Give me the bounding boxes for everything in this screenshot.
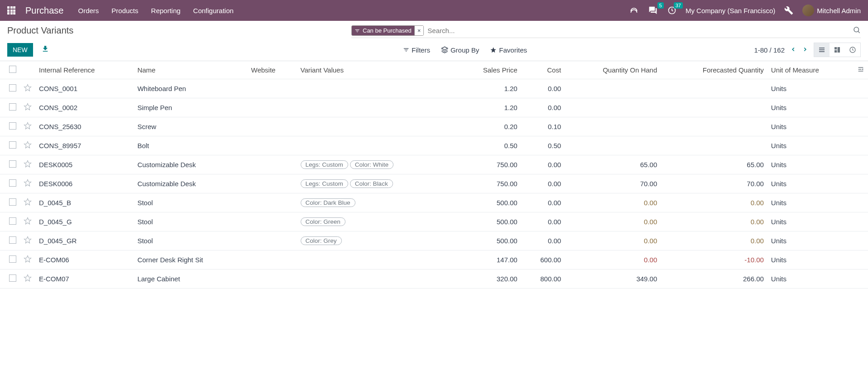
download-icon[interactable] [41,45,49,55]
favorite-star-icon[interactable] [24,200,32,207]
cell-price: 0.20 [456,117,521,136]
cell-cost: 0.00 [521,212,565,231]
search-input[interactable] [427,27,849,34]
cell-name: Screw [134,117,247,136]
cell-qty: 0.00 [565,193,661,212]
optional-columns-icon[interactable] [857,67,864,74]
menu-configuration[interactable]: Configuration [193,7,234,14]
avatar [802,5,814,16]
support-icon[interactable] [628,5,639,16]
cell-variant: Legs: CustomColor: Black [297,174,456,193]
cell-price: 147.00 [456,250,521,270]
row-checkbox[interactable] [9,141,16,149]
row-checkbox[interactable] [9,236,16,244]
menu-products[interactable]: Products [111,7,138,14]
view-kanban[interactable] [830,43,845,57]
table-row[interactable]: E-COM07 Large Cabinet 320.00 800.00 349.… [0,270,868,289]
search-facet[interactable]: Can be Purchased × [351,25,424,36]
cell-website [248,155,297,174]
row-checkbox[interactable] [9,217,16,225]
table-row[interactable]: DESK0005 Customizable Desk Legs: CustomC… [0,155,868,174]
col-ref[interactable]: Internal Reference [35,61,134,79]
filter-icon [403,47,409,53]
table-row[interactable]: E-COM06 Corner Desk Right Sit 147.00 600… [0,250,868,270]
col-price[interactable]: Sales Price [456,61,521,79]
activities-icon[interactable]: 37 [667,5,677,16]
table-row[interactable]: CONS_89957 Bolt 0.50 0.50 Units [0,136,868,155]
cell-forecast: 70.00 [661,174,767,193]
remove-facet[interactable]: × [414,26,424,35]
favorite-star-icon[interactable] [24,257,32,265]
cell-qty [565,98,661,117]
pager-prev[interactable] [790,46,796,54]
row-checkbox[interactable] [9,274,16,282]
table-row[interactable]: DESK0006 Customizable Desk Legs: CustomC… [0,174,868,193]
user-menu[interactable]: Mitchell Admin [802,5,861,16]
view-activity[interactable] [845,43,860,57]
filters-dropdown[interactable]: Filters [403,46,430,54]
row-checkbox[interactable] [9,122,16,130]
favorite-star-icon[interactable] [24,162,32,169]
messages-icon[interactable]: 5 [647,5,658,16]
menu-reporting[interactable]: Reporting [151,7,181,14]
table-row[interactable]: CONS_0001 Whiteboard Pen 1.20 0.00 Units [0,79,868,98]
favorite-star-icon[interactable] [24,181,32,188]
cell-forecast: -10.00 [661,250,767,270]
favorite-star-icon[interactable] [24,124,32,131]
table-row[interactable]: D_0045_B Stool Color: Dark Blue 500.00 0… [0,193,868,212]
cell-cost: 0.50 [521,136,565,155]
favorite-star-icon[interactable] [24,143,32,150]
favorite-star-icon[interactable] [24,238,32,246]
row-checkbox[interactable] [9,179,16,187]
col-forecast[interactable]: Forecasted Quantity [661,61,767,79]
cell-qty [565,136,661,155]
select-all-checkbox[interactable] [9,66,16,73]
app-brand[interactable]: Purchase [25,5,64,16]
row-checkbox[interactable] [9,160,16,168]
cell-variant: Legs: CustomColor: White [297,155,456,174]
table-row[interactable]: D_0045_GR Stool Color: Grey 500.00 0.00 … [0,231,868,250]
cell-variant [297,270,456,289]
col-cost[interactable]: Cost [521,61,565,79]
row-checkbox[interactable] [9,198,16,206]
cell-name: Whiteboard Pen [134,79,247,98]
cell-variant [297,98,456,117]
cell-variant [297,250,456,270]
col-name[interactable]: Name [134,61,247,79]
table-row[interactable]: CONS_0002 Simple Pen 1.20 0.00 Units [0,98,868,117]
cell-uom: Units [767,212,854,231]
row-checkbox[interactable] [9,84,16,92]
cell-variant: Color: Dark Blue [297,193,456,212]
cell-price: 320.00 [456,270,521,289]
cell-variant: Color: Green [297,212,456,231]
cell-qty: 349.00 [565,270,661,289]
row-checkbox[interactable] [9,103,16,111]
pager-text[interactable]: 1-80 / 162 [754,46,785,54]
new-button[interactable]: NEW [7,43,33,57]
favorite-star-icon[interactable] [24,219,32,226]
row-checkbox[interactable] [9,255,16,263]
cell-forecast: 266.00 [661,270,767,289]
search-icon[interactable] [853,26,861,36]
favorites-dropdown[interactable]: Favorites [490,46,527,54]
view-list[interactable] [814,43,830,57]
pager-next[interactable] [802,46,808,54]
cell-forecast [661,136,767,155]
favorite-star-icon[interactable] [24,276,32,284]
favorite-star-icon[interactable] [24,86,32,93]
col-website[interactable]: Website [248,61,297,79]
col-variant[interactable]: Variant Values [297,61,456,79]
debug-icon[interactable] [783,5,794,16]
table-row[interactable]: CONS_25630 Screw 0.20 0.10 Units [0,117,868,136]
favorite-star-icon[interactable] [24,105,32,112]
col-uom[interactable]: Unit of Measure [767,61,854,79]
cell-name: Customizable Desk [134,174,247,193]
menu-orders[interactable]: Orders [78,7,99,14]
company-selector[interactable]: My Company (San Francisco) [686,7,775,14]
apps-icon[interactable] [7,6,15,14]
col-qty[interactable]: Quantity On Hand [565,61,661,79]
table-row[interactable]: D_0045_G Stool Color: Green 500.00 0.00 … [0,212,868,231]
cell-name: Corner Desk Right Sit [134,250,247,270]
groupby-dropdown[interactable]: Group By [441,46,479,54]
cell-price: 750.00 [456,155,521,174]
